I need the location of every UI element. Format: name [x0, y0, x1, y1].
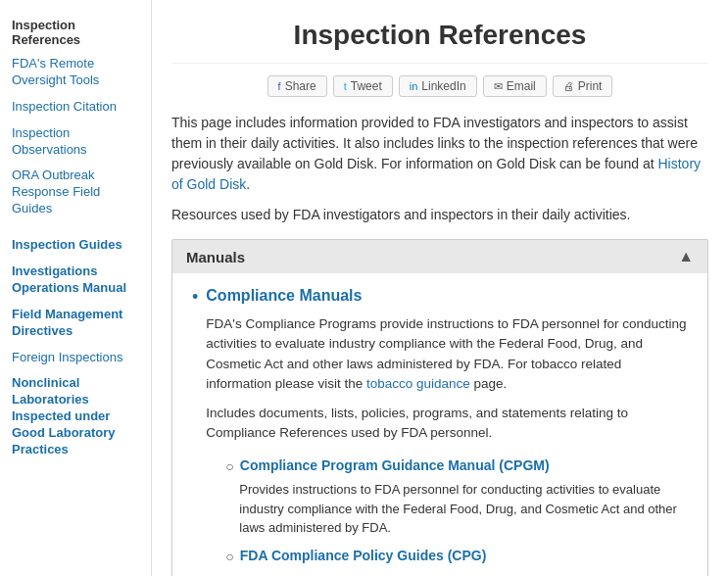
intro-paragraph-2: Resources used by FDA investigators and … [171, 205, 708, 225]
share-facebook-label: Share [285, 79, 316, 93]
cpgm-item: ○ Compliance Program Guidance Manual (CP… [225, 457, 688, 538]
cpg-item: ○ FDA Compliance Policy Guides (CPG) [225, 548, 688, 567]
share-print-button[interactable]: 🖨 Print [553, 75, 613, 97]
share-print-label: Print [578, 79, 603, 93]
share-email-button[interactable]: ✉ Email [483, 75, 547, 97]
share-twitter-label: Tweet [351, 79, 382, 93]
sidebar-item-foreign-inspections[interactable]: Foreign Inspections [0, 345, 151, 371]
sidebar: Inspection References FDA's Remote Overs… [0, 0, 152, 576]
print-icon: 🖨 [563, 80, 574, 92]
cpg-link[interactable]: FDA Compliance Policy Guides (CPG) [240, 548, 487, 563]
sidebar-item-inspection-citation[interactable]: Inspection Citation [0, 94, 151, 120]
share-twitter-button[interactable]: t Tweet [333, 75, 393, 97]
sidebar-item-field-management[interactable]: Field Management Directives [0, 302, 151, 345]
share-email-label: Email [507, 79, 536, 93]
compliance-manuals-item: • Compliance Manuals FDA's Compliance Pr… [192, 287, 688, 576]
manuals-chevron-icon: ▲ [678, 248, 694, 265]
sidebar-item-nonclinical-labs[interactable]: Nonclinical Laboratories Inspected under… [0, 370, 151, 462]
includes-text: Includes documents, lists, policies, pro… [206, 404, 688, 444]
sidebar-item-ora-outbreak[interactable]: ORA Outbreak Response Field Guides [0, 163, 151, 222]
sidebar-item-investigations-manual[interactable]: Investigations Operations Manual [0, 259, 151, 302]
bullet-icon: • [192, 288, 198, 306]
facebook-icon: f [278, 80, 281, 92]
compliance-manuals-link[interactable]: Compliance Manuals [206, 287, 362, 305]
sidebar-item-inspection-guides[interactable]: Inspection Guides [0, 232, 151, 259]
cpgm-link[interactable]: Compliance Program Guidance Manual (CPGM… [240, 457, 550, 473]
share-facebook-button[interactable]: f Share [267, 75, 327, 97]
cpgm-description: Provides instructions to FDA personnel f… [239, 480, 688, 538]
share-linkedin-button[interactable]: in LinkedIn [399, 75, 477, 97]
sub-bullet-icon-2: ○ [225, 548, 233, 567]
linkedin-icon: in [410, 80, 418, 92]
manuals-section: Manuals ▲ • Compliance Manuals FDA's Com… [171, 239, 708, 576]
tobacco-guidance-link[interactable]: tobacco guidance [366, 376, 470, 391]
sidebar-item-inspection-observations[interactable]: Inspection Observations [0, 120, 151, 164]
page-title: Inspection References [171, 0, 708, 64]
email-icon: ✉ [494, 80, 503, 93]
intro-paragraph-1: This page includes information provided … [171, 113, 708, 195]
sidebar-section-inspection-references: Inspection References [0, 10, 151, 51]
share-linkedin-label: LinkedIn [421, 79, 465, 93]
twitter-icon: t [344, 80, 347, 92]
manuals-header[interactable]: Manuals ▲ [172, 240, 707, 273]
manuals-body: • Compliance Manuals FDA's Compliance Pr… [172, 273, 707, 576]
share-bar: f Share t Tweet in LinkedIn ✉ Email 🖨 Pr… [171, 75, 708, 97]
history-gold-disk-link[interactable]: History of Gold Disk [171, 156, 701, 192]
main-content: Inspection References f Share t Tweet in… [152, 0, 728, 576]
sub-bullet-icon: ○ [225, 457, 233, 477]
compliance-manuals-description: FDA's Compliance Programs provide instru… [206, 314, 688, 394]
manuals-header-label: Manuals [186, 249, 245, 265]
sidebar-item-remote-oversight[interactable]: FDA's Remote Oversight Tools [0, 51, 151, 94]
